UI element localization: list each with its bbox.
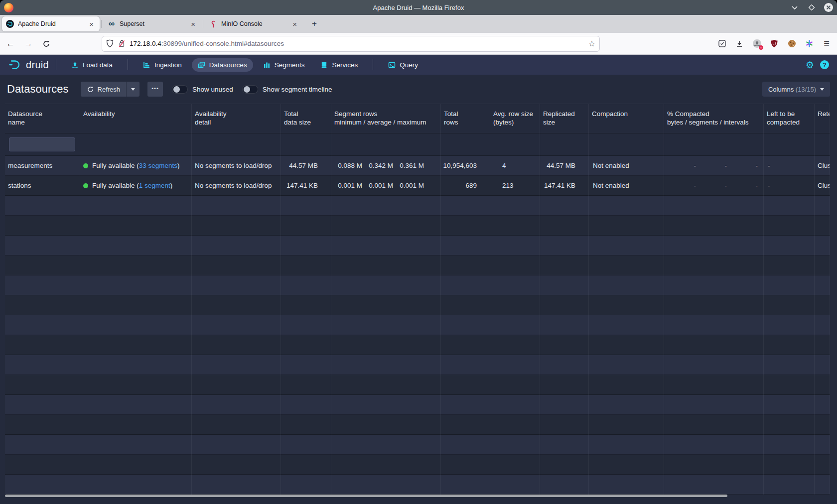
- nav-item-load-data[interactable]: Load data: [65, 58, 119, 72]
- url-bar[interactable]: 172.18.0.4:30899/unified-console.html#da…: [102, 36, 600, 52]
- empty-cell: [281, 236, 331, 255]
- datasource-name-filter-input[interactable]: [9, 137, 75, 151]
- empty-cell: [80, 196, 192, 216]
- col-header-pct-compacted[interactable]: % Compactedbytes / segments / intervals: [664, 104, 764, 133]
- empty-cell: [441, 355, 490, 375]
- nav-item-query[interactable]: Query: [382, 58, 424, 72]
- empty-cell: [764, 415, 815, 435]
- bookmark-star-icon[interactable]: ☆: [588, 39, 595, 48]
- empty-cell: [664, 315, 764, 335]
- ublock-icon[interactable]: [769, 38, 780, 49]
- nav-item-datasources[interactable]: Datasources: [192, 58, 253, 72]
- account-extension-icon[interactable]: ×: [751, 38, 762, 49]
- empty-cell: [815, 335, 830, 355]
- cell-retention[interactable]: Clus: [815, 176, 830, 196]
- empty-cell: [764, 315, 815, 335]
- tab-close-icon[interactable]: ×: [290, 20, 299, 28]
- col-header-availability[interactable]: Availability: [80, 104, 192, 133]
- tab-apache-druid[interactable]: Apache Druid ×: [2, 16, 100, 31]
- empty-cell: [490, 196, 540, 216]
- empty-cell: [5, 335, 80, 355]
- empty-cell: [490, 415, 540, 435]
- forward-icon[interactable]: →: [21, 36, 36, 51]
- col-header-datasource-name[interactable]: Datasourcename: [5, 104, 80, 133]
- refresh-dropdown-button[interactable]: [126, 82, 140, 97]
- cell-compaction[interactable]: Not enabled: [589, 176, 664, 196]
- nav-item-ingestion[interactable]: Ingestion: [137, 58, 188, 72]
- page-toolbar: Datasources Refresh ••• Show unused Show…: [0, 75, 837, 104]
- settings-gear-icon[interactable]: ⚙: [806, 59, 814, 71]
- extension-badge: ×: [759, 45, 763, 50]
- firefox-window: Apache Druid — Mozilla Firefox Apache Dr…: [0, 0, 837, 504]
- show-segment-timeline-toggle[interactable]: [242, 85, 258, 94]
- page-title: Datasources: [7, 83, 69, 96]
- col-header-total-data-size[interactable]: Totaldata size: [281, 104, 331, 133]
- shield-icon[interactable]: [106, 39, 114, 48]
- nav-item-segments[interactable]: Segments: [257, 58, 311, 72]
- empty-cell: [441, 236, 490, 255]
- empty-cell: [815, 455, 830, 475]
- cell-retention[interactable]: Clus: [815, 156, 830, 176]
- minimize-icon[interactable]: [789, 2, 800, 13]
- tab-close-icon[interactable]: ×: [189, 20, 197, 28]
- empty-cell: [192, 315, 281, 335]
- col-header-availability-detail[interactable]: Availabilitydetail: [192, 104, 281, 133]
- empty-cell: [5, 255, 80, 275]
- columns-label: Columns: [768, 86, 794, 93]
- refresh-button[interactable]: Refresh: [81, 82, 127, 97]
- empty-cell: [540, 375, 589, 395]
- empty-cell: [281, 475, 331, 495]
- empty-cell: [540, 236, 589, 255]
- shield-check-icon[interactable]: [716, 38, 727, 49]
- empty-cell: [331, 255, 441, 275]
- cell-replicated-size: 44.57 MB: [540, 156, 589, 176]
- empty-cell: [331, 315, 441, 335]
- segments-icon: [263, 61, 271, 69]
- maximize-icon[interactable]: [806, 2, 817, 13]
- columns-button[interactable]: Columns (13/15): [762, 82, 830, 97]
- col-header-total-rows[interactable]: Totalrows: [441, 104, 490, 133]
- col-header-left-to-be-compacted[interactable]: Left to becompacted: [764, 104, 815, 133]
- col-header-segment-rows[interactable]: Segment rowsminimum / average / maximum: [331, 104, 441, 133]
- cell-total-data-size: 147.41 KB: [281, 176, 331, 196]
- cell-datasource-name[interactable]: stations: [5, 176, 80, 196]
- empty-cell: [664, 375, 764, 395]
- menu-icon[interactable]: ≡: [821, 38, 832, 49]
- col-header-retention[interactable]: Rete: [815, 104, 830, 133]
- downloads-icon[interactable]: [734, 38, 745, 49]
- cell-compaction[interactable]: Not enabled: [589, 156, 664, 176]
- tab-superset[interactable]: ∞ Superset ×: [104, 16, 201, 31]
- more-actions-button[interactable]: •••: [147, 82, 163, 97]
- cell-segment-rows: 0.001 M0.001 M0.001 M: [331, 176, 441, 196]
- show-unused-toggle[interactable]: [172, 85, 188, 94]
- segments-link[interactable]: 33 segments: [139, 162, 177, 169]
- close-icon[interactable]: [823, 2, 834, 13]
- nav-item-services[interactable]: Services: [314, 58, 364, 72]
- cell-availability: Fully available (33 segments): [80, 156, 192, 176]
- empty-cell: [331, 216, 441, 236]
- nav-item-label: Segments: [275, 61, 305, 69]
- col-header-avg-row-size[interactable]: Avg. row size(bytes): [490, 104, 540, 133]
- reload-icon[interactable]: [39, 36, 54, 51]
- refresh-icon: [87, 86, 94, 93]
- segments-link[interactable]: 1 segment: [139, 182, 170, 189]
- empty-table-row: [5, 315, 830, 335]
- filter-cell: [80, 133, 192, 156]
- insecure-lock-icon[interactable]: [118, 39, 126, 48]
- minio-favicon-icon: [209, 20, 217, 28]
- cookie-icon[interactable]: [786, 38, 797, 49]
- new-tab-icon[interactable]: +: [307, 16, 322, 31]
- back-icon[interactable]: ←: [3, 36, 18, 51]
- druid-logo[interactable]: druid: [8, 59, 49, 71]
- horizontal-scrollbar[interactable]: [5, 495, 727, 497]
- tab-minio[interactable]: MinIO Console ×: [205, 16, 303, 31]
- asterisk-extension-icon[interactable]: [804, 38, 815, 49]
- col-header-compaction[interactable]: Compaction: [589, 104, 664, 133]
- help-icon[interactable]: ?: [820, 60, 829, 69]
- cell-datasource-name[interactable]: measurements: [5, 156, 80, 176]
- empty-cell: [490, 275, 540, 295]
- tab-close-icon[interactable]: ×: [87, 20, 96, 28]
- superset-favicon-icon: ∞: [108, 20, 116, 28]
- empty-cell: [5, 216, 80, 236]
- col-header-replicated-size[interactable]: Replicatedsize: [540, 104, 589, 133]
